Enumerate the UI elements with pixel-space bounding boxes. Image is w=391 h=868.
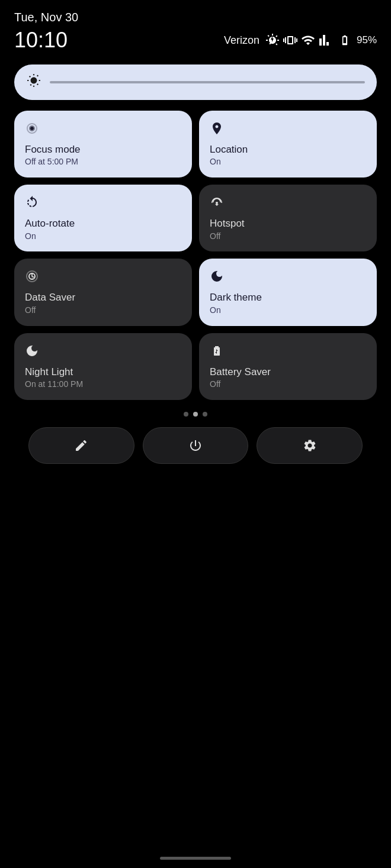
power-button[interactable] [143,427,249,464]
night-light-sublabel: On at 11:00 PM [25,379,181,389]
location-label: Location [210,144,366,156]
dark-theme-icon [210,269,366,286]
battery-saver-label: Battery Saver [210,366,366,378]
auto-rotate-sublabel: On [25,231,181,241]
auto-rotate-icon [25,195,181,212]
date: Tue, Nov 30 [14,11,377,24]
signal-icon [319,33,333,47]
data-saver-sublabel: Off [25,305,181,315]
battery-percent: 95% [357,34,377,46]
dark-theme-label: Dark theme [210,292,366,304]
brightness-icon [26,73,41,92]
data-saver-label: Data Saver [25,292,181,304]
auto-rotate-label: Auto-rotate [25,218,181,230]
location-sublabel: On [210,157,366,167]
dark-theme-sublabel: On [210,305,366,315]
time: 10:10 [14,28,68,53]
battery-saver-icon [210,344,366,360]
svg-point-0 [30,127,34,130]
page-indicator [14,412,377,417]
bottom-actions [14,427,377,464]
vibrate-icon [283,33,297,47]
settings-button[interactable] [257,427,363,464]
tile-dark-theme[interactable]: Dark theme On [199,259,377,325]
edit-button[interactable] [28,427,134,464]
hotspot-label: Hotspot [210,218,366,230]
brightness-slider[interactable] [14,64,377,100]
carrier: Verizon [224,34,259,47]
data-saver-icon [25,269,181,286]
night-light-label: Night Light [25,366,181,378]
page-dot-1 [184,412,188,417]
focus-mode-sublabel: Off at 5:00 PM [25,157,181,167]
brightness-track[interactable] [50,81,365,83]
settings-icon [303,438,317,453]
tile-focus-mode[interactable]: Focus mode Off at 5:00 PM [14,111,192,178]
tile-location[interactable]: Location On [199,111,377,178]
tile-night-light[interactable]: Night Light On at 11:00 PM [14,333,192,400]
tile-hotspot[interactable]: Hotspot Off [199,185,377,251]
home-indicator [160,857,231,860]
location-icon [210,121,366,138]
tile-auto-rotate[interactable]: Auto-rotate On [14,185,192,251]
focus-mode-label: Focus mode [25,144,181,156]
quick-settings-panel: Focus mode Off at 5:00 PM Location On Au… [0,57,391,464]
status-icons: Verizon 95% [224,33,377,47]
page-dot-2 [193,412,198,417]
status-bar: Tue, Nov 30 10:10 Verizon [0,0,391,57]
pencil-icon [74,438,88,453]
alarm-icon [265,33,280,47]
status-row: 10:10 Verizon 95% [14,28,377,53]
quick-tiles-grid: Focus mode Off at 5:00 PM Location On Au… [14,111,377,400]
focus-mode-icon [25,121,181,138]
page-dot-3 [203,412,207,417]
hotspot-icon [210,195,366,212]
tile-data-saver[interactable]: Data Saver Off [14,259,192,325]
night-light-icon [25,344,181,360]
tile-battery-saver[interactable]: Battery Saver Off [199,333,377,400]
wifi-icon [301,33,315,47]
battery-icon [336,34,353,46]
battery-saver-sublabel: Off [210,379,366,389]
power-icon [188,438,203,453]
hotspot-sublabel: Off [210,231,366,241]
